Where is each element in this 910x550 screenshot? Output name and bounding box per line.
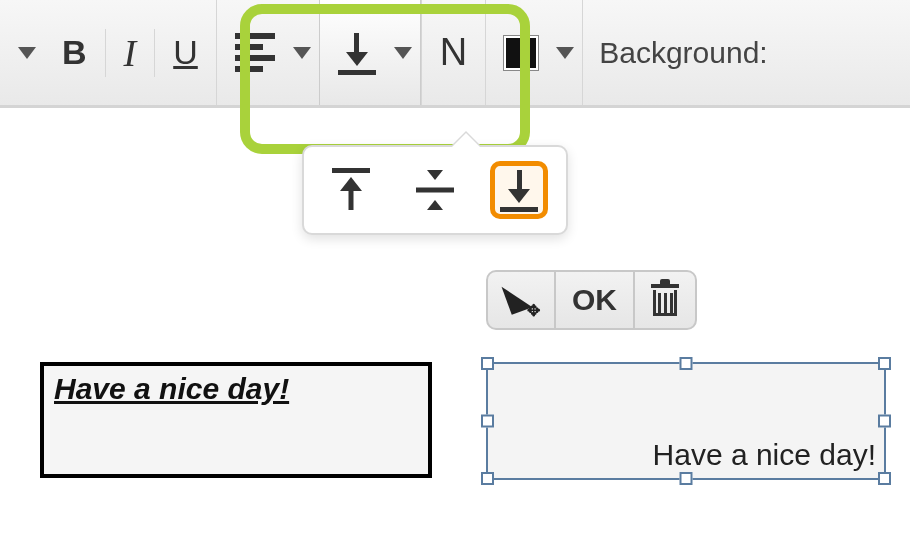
align-middle-option[interactable] (406, 161, 464, 219)
formatting-toolbar: B I U N Background: (0, 0, 910, 108)
underline-button[interactable]: U (155, 0, 216, 105)
resize-handle[interactable] (680, 472, 693, 485)
bold-icon: B (62, 33, 87, 72)
delete-button[interactable] (635, 272, 695, 328)
clear-format-button[interactable]: N (422, 0, 485, 105)
horizontal-align-button[interactable] (217, 0, 319, 105)
resize-handle[interactable] (878, 415, 891, 428)
chevron-down-icon (556, 47, 574, 59)
resize-handle[interactable] (481, 357, 494, 370)
align-bottom-option[interactable] (490, 161, 548, 219)
text-box-right-content: Have a nice day! (653, 438, 876, 472)
background-label: Background: (583, 0, 783, 105)
fill-color-button[interactable] (486, 0, 582, 105)
underline-icon: U (173, 33, 198, 72)
align-bottom-icon (500, 168, 538, 212)
resize-handle[interactable] (878, 357, 891, 370)
align-left-icon (235, 28, 275, 77)
bold-button[interactable]: B (44, 0, 105, 105)
align-bottom-icon (338, 31, 376, 75)
noformat-icon: N (440, 31, 467, 74)
resize-handle[interactable] (481, 415, 494, 428)
move-cursor-icon: ✥ (504, 282, 538, 318)
text-box-left-content: Have a nice day! (54, 372, 289, 405)
ok-label: OK (572, 283, 617, 317)
text-box-right[interactable]: Have a nice day! (486, 362, 886, 480)
chevron-down-icon (18, 47, 36, 59)
resize-handle[interactable] (878, 472, 891, 485)
resize-handle[interactable] (680, 357, 693, 370)
ok-button[interactable]: OK (556, 272, 635, 328)
resize-handle[interactable] (481, 472, 494, 485)
trash-icon (651, 284, 679, 316)
align-middle-icon (416, 168, 454, 212)
align-top-option[interactable] (322, 161, 380, 219)
align-top-icon (332, 168, 370, 212)
chevron-down-icon (394, 47, 412, 59)
selection-context-bar: ✥ OK (486, 270, 697, 330)
italic-button[interactable]: I (106, 0, 155, 105)
vertical-align-button[interactable] (319, 0, 421, 105)
text-box-left[interactable]: Have a nice day! (40, 362, 432, 478)
vertical-align-dropdown (302, 145, 568, 235)
font-dropdown[interactable] (0, 0, 44, 105)
chevron-down-icon (293, 47, 311, 59)
italic-icon: I (124, 31, 137, 75)
color-swatch-icon (504, 36, 538, 70)
move-cursor-button[interactable]: ✥ (488, 272, 556, 328)
